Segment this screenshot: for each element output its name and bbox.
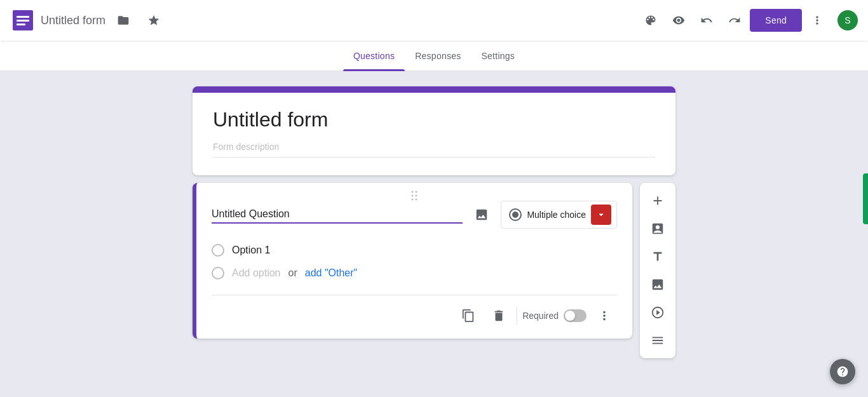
main-content: Untitled form Form description (0, 71, 868, 397)
question-card: Multiple choice Option 1 Add option or a… (193, 183, 632, 339)
svg-point-9 (416, 199, 417, 201)
toggle-track[interactable] (564, 309, 587, 322)
header: Untitled form Send S (0, 0, 868, 41)
add-video-btn[interactable] (645, 300, 670, 325)
undo-icon-btn[interactable] (694, 8, 719, 33)
preview-icon-btn[interactable] (666, 8, 691, 33)
drag-handle[interactable] (407, 188, 422, 206)
add-other-link[interactable]: add "Other" (305, 267, 358, 279)
add-option-radio (212, 267, 224, 279)
send-button[interactable]: Send (750, 9, 802, 32)
svg-point-8 (412, 199, 414, 201)
tab-responses[interactable]: Responses (405, 41, 471, 71)
add-option-or: or (288, 267, 297, 279)
question-title-input[interactable] (212, 206, 463, 224)
add-option-label[interactable]: Add option (232, 267, 281, 279)
right-accent-bar (863, 173, 868, 224)
help-btn[interactable] (830, 359, 855, 384)
avatar[interactable]: S (837, 10, 858, 30)
required-toggle[interactable] (564, 309, 587, 322)
svg-point-4 (412, 191, 414, 193)
toggle-thumb (565, 311, 575, 321)
import-question-btn[interactable] (645, 216, 670, 241)
svg-rect-1 (17, 16, 29, 18)
more-question-btn[interactable] (592, 303, 617, 328)
svg-point-5 (416, 191, 417, 193)
more-vert-icon-btn[interactable] (804, 8, 830, 33)
tab-questions[interactable]: Questions (343, 41, 405, 71)
add-option-row: Add option or add "Other" (212, 262, 617, 285)
tabs-bar: Questions Responses Settings (0, 41, 868, 71)
side-toolbar (640, 183, 675, 358)
header-left: Untitled form (10, 8, 638, 33)
type-label: Multiple choice (527, 210, 586, 220)
svg-rect-2 (17, 20, 29, 22)
add-title-btn[interactable] (645, 244, 670, 269)
svg-point-6 (412, 195, 414, 197)
type-radio-inner (512, 212, 519, 218)
type-selector[interactable]: Multiple choice (501, 201, 617, 229)
footer-divider (517, 307, 517, 325)
app-title: Untitled form (41, 14, 105, 27)
question-footer: Required (212, 295, 617, 328)
add-image-btn[interactable] (645, 272, 670, 297)
question-input-wrap (212, 206, 463, 224)
question-section: Multiple choice Option 1 Add option or a… (193, 183, 675, 358)
required-label: Required (522, 311, 559, 321)
palette-icon-btn[interactable] (638, 8, 663, 33)
option-1-row: Option 1 (212, 239, 617, 262)
add-section-btn[interactable] (645, 328, 670, 353)
form-description[interactable]: Form description (213, 142, 655, 158)
tab-settings[interactable]: Settings (471, 41, 526, 71)
form-title[interactable]: Untitled form (213, 108, 655, 131)
redo-icon-btn[interactable] (722, 8, 747, 33)
form-title-card: Untitled form Form description (193, 86, 675, 175)
app-logo (10, 8, 36, 33)
type-dropdown-btn[interactable] (591, 205, 611, 225)
svg-point-7 (416, 195, 417, 197)
star-icon-btn[interactable] (141, 8, 166, 33)
delete-question-btn[interactable] (486, 303, 512, 328)
add-question-btn[interactable] (645, 188, 670, 213)
option-1-radio (212, 244, 224, 257)
question-image-btn[interactable] (470, 203, 493, 226)
svg-rect-3 (17, 24, 25, 25)
folder-icon-btn[interactable] (111, 8, 136, 33)
header-right: Send S (638, 8, 858, 33)
copy-question-btn[interactable] (456, 303, 481, 328)
type-radio-icon (509, 208, 522, 221)
option-1-label: Option 1 (232, 245, 270, 256)
